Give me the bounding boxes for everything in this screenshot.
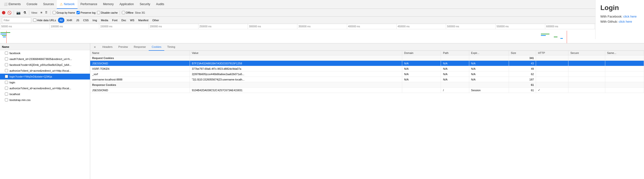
filter-input[interactable] [2, 18, 31, 23]
filter-other[interactable]: Other [151, 18, 161, 23]
toolbar-separator-2 [29, 10, 29, 15]
request-checkbox-localhost[interactable] [5, 92, 8, 96]
filter-ws[interactable]: WS [128, 18, 136, 23]
tab-response[interactable]: Response [131, 44, 149, 51]
elements-icon: ⬜ [4, 2, 8, 6]
throttle-select[interactable]: Slow 3G [135, 11, 145, 14]
filter-manifest[interactable]: Manifest [136, 18, 150, 23]
tab-headers[interactable]: Headers [100, 44, 116, 51]
request-item-oauth[interactable]: oauth?client_id=233668466673605&redirect… [0, 56, 90, 62]
list-view-icon[interactable]: ≡ [39, 10, 44, 15]
request-item-authorize-2[interactable]: authorize?client_id=acme&redirect_uri=ht… [0, 85, 90, 91]
tick-1: 50000 ms [0, 24, 50, 29]
cookie-row-jsessionid-resp[interactable]: JSESSIONID 9104B42DA038C52C4257C673AE415… [90, 88, 644, 93]
offline-label[interactable]: Offline [122, 11, 134, 14]
tab-preview[interactable]: Preview [116, 44, 131, 51]
facebook-prefix: With Facebook: [600, 15, 623, 18]
camera-button[interactable]: 📷 [16, 10, 21, 15]
cookie-domain-jsessionid-req: N/A [402, 61, 441, 66]
filter-xhr[interactable]: XHR [65, 18, 74, 23]
cookie-path-jsessionid-req: N/A [441, 61, 469, 66]
tab-application[interactable]: Application [116, 0, 137, 9]
request-checkbox-facebook[interactable] [5, 52, 8, 55]
request-item-login[interactable]: login [0, 80, 90, 85]
close-detail-button[interactable]: × [92, 44, 98, 50]
tick-4: 200000 ms [149, 24, 198, 29]
filter-js[interactable]: JS [74, 18, 81, 23]
clear-button[interactable]: 🚫 [7, 10, 12, 15]
cookie-size-jsessionid-resp: 61 [509, 88, 536, 93]
request-item-facebook[interactable]: facebook [0, 50, 90, 56]
request-item-authorize-1[interactable]: authorize?client_id=acme&redirect_uri=ht… [0, 68, 90, 74]
rc-http [536, 55, 568, 61]
request-item-facebook-code[interactable]: facebook?code=AQDmb_p9Xoz5lw6bX2kpC_bA4.… [0, 62, 90, 68]
request-cookies-label: Request Cookies [90, 55, 190, 61]
hide-data-urls-label[interactable]: Hide data URLs [33, 18, 56, 22]
tab-cookies[interactable]: Cookies [149, 44, 164, 51]
network-toolbar: 🚫 📷 ⚗ View: ≡ ⠿ Group by frame Preserve … [0, 9, 644, 16]
facebook-link[interactable]: click here [623, 15, 637, 18]
request-item-bootstrap[interactable]: bootstrap.min.css [0, 97, 90, 103]
group-by-frame-label[interactable]: Group by frame [53, 11, 75, 14]
group-by-frame-checkbox[interactable] [53, 11, 56, 14]
filter-media[interactable]: Media [99, 18, 110, 23]
cookie-row-xsrf[interactable]: _xsrf 2|3978b605|cce446b66a6ee2aa62b071a… [90, 72, 644, 77]
col-header-same: Same... [605, 51, 644, 55]
tab-sources[interactable]: Sources [40, 0, 57, 9]
view-icons: ≡ ⠿ [39, 10, 48, 15]
rc-path [441, 55, 469, 61]
cookie-domain-xsrf-token: N/A [402, 66, 441, 72]
tab-timing[interactable]: Timing [164, 44, 178, 51]
request-checkbox-facebook-code[interactable] [5, 63, 8, 66]
timeline-bar-late-3 [554, 36, 558, 37]
offline-checkbox[interactable] [122, 11, 125, 14]
cookie-row-jsessionid-req[interactable]: JSESSIONID B7F23A432A881BA7A3D23337815F1… [90, 61, 644, 66]
col-header-path: Path [441, 51, 469, 55]
tab-elements[interactable]: ⬜ Elements [1, 0, 24, 9]
filter-css[interactable]: CSS [82, 18, 90, 23]
request-checkbox-bootstrap[interactable] [5, 98, 8, 102]
cookie-row-xsrf-token[interactable]: XSRF-TOKEN 377be797-69a6-4f7c-9f23-d882d… [90, 66, 644, 72]
request-checkbox-authorize-2[interactable] [5, 86, 8, 90]
tab-security[interactable]: Security [137, 0, 153, 9]
filter-img[interactable]: Img [91, 18, 99, 23]
tab-console[interactable]: Console [24, 0, 40, 9]
preserve-log-checkbox[interactable] [76, 11, 80, 14]
request-item-localhost[interactable]: localhost [0, 91, 90, 97]
record-button[interactable] [2, 11, 5, 14]
request-checkbox-login[interactable] [5, 81, 8, 84]
request-checkbox-login-code[interactable] [5, 75, 8, 78]
disable-cache-label[interactable]: Disable cache [97, 11, 118, 14]
request-name-facebook-code: facebook?code=AQDmb_p9Xoz5lw6bX2kpC_bA4.… [10, 64, 72, 66]
cookie-row-username[interactable]: username-localhost-8888 "2|1:0|10:152605… [90, 77, 644, 82]
cookie-name-jsessionid-req: JSESSIONID [90, 61, 190, 66]
cookie-size-xsrf-token: 49 [509, 66, 536, 72]
tab-network-label: Network [64, 2, 74, 6]
request-checkbox-authorize-1[interactable] [5, 69, 8, 72]
hide-data-urls-checkbox[interactable] [33, 18, 36, 22]
request-checkbox-oauth[interactable] [5, 57, 8, 60]
filter-doc[interactable]: Doc [120, 18, 128, 23]
request-item-login-code[interactable]: login?code=YWq3nD&state=Q3iKja [0, 74, 90, 80]
col-header-size: Size [509, 51, 536, 55]
filter-all[interactable]: All [58, 18, 64, 23]
filter-button[interactable]: ⚗ [22, 10, 27, 15]
cookie-path-xsrf-token: N/A [441, 66, 469, 72]
github-link[interactable]: click here [619, 20, 632, 24]
resp-same [605, 82, 644, 88]
tab-network[interactable]: ⚠ Network [57, 0, 78, 9]
cookie-name-xsrf: _xsrf [90, 72, 190, 77]
grid-view-icon[interactable]: ⠿ [44, 10, 48, 15]
disable-cache-checkbox[interactable] [97, 11, 100, 14]
tab-memory-label: Memory [103, 2, 114, 6]
preserve-log-label[interactable]: Preserve log [76, 11, 96, 14]
tick-8: 400000 ms [347, 24, 396, 29]
cookie-expiry-jsessionid-req: N/A [469, 61, 509, 66]
view-label: View: [31, 11, 38, 14]
tab-performance[interactable]: Performance [78, 0, 100, 9]
tab-headers-label: Headers [102, 45, 112, 48]
tab-audits[interactable]: Audits [153, 0, 167, 9]
filter-font[interactable]: Font [110, 18, 119, 23]
cookie-same-xsrf-token [605, 66, 644, 72]
tab-memory[interactable]: Memory [100, 0, 116, 9]
